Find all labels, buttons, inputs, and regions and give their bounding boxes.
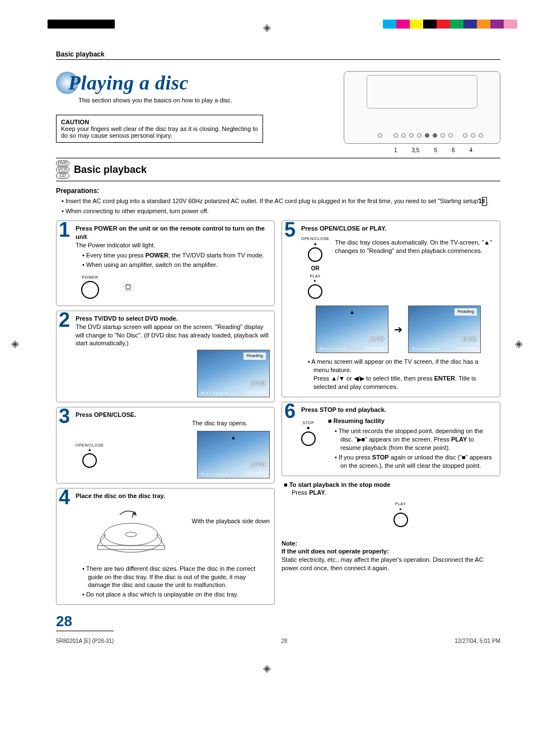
play-button-icon: PLAY ▸ [308, 274, 322, 301]
step-number: 6 [284, 401, 296, 421]
page-subtitle: This section shows you the basics on how… [78, 97, 332, 104]
open-close-button-icon: OPEN/CLOSE ▲ [301, 236, 330, 264]
tv-screen-eject: ▲ DVD TOSHIBA W e l c o m e [316, 306, 388, 353]
section-heading-title: Basic playback [74, 164, 147, 176]
step-number: 2 [59, 310, 70, 330]
tv-screen-reading: Reading DVD TOSHIBA W e l c o m e [197, 350, 270, 397]
caution-box: CAUTION Keep your fingers well clear of … [56, 115, 263, 143]
page-ref: 18 [482, 197, 487, 206]
footer-center-page: 28 [281, 638, 287, 644]
registration-block [48, 20, 115, 29]
disc-type-icons: DVD VCD CD [56, 160, 69, 179]
callout: 3,5 [411, 147, 419, 153]
doc-id: 5R80201A [E] (P28-31) [56, 638, 114, 644]
stop-button-icon: STOP ■ [301, 420, 316, 448]
step-6: 6 Press STOP to end playback. STOP ■ ■ R… [282, 402, 500, 476]
page-footer: 28 5R80201A [E] (P28-31) 28 12/27/04, 5:… [56, 613, 500, 644]
preparations-label: Preparations: [56, 187, 500, 195]
callout: 4 [470, 147, 473, 153]
crop-marks-top: ◈ [0, 0, 534, 34]
preparations-list: Insert the AC cord plug into a standard … [56, 197, 500, 215]
tv-screen-eject: ▲ DVD TOSHIBA W e l c o m e [197, 431, 270, 478]
sun-icon: ☼ [123, 278, 134, 294]
device-illustration: 1 3,5 5 6 4 [344, 71, 500, 153]
callout: 5 [434, 147, 437, 153]
caution-heading: CAUTION [61, 119, 258, 125]
callout: 1 [394, 147, 397, 153]
svg-point-1 [104, 523, 158, 546]
tv-screen-reading: Reading DVD TOSHIBA W e l c o m e [408, 306, 481, 353]
open-close-button-icon: OPEN/CLOSE ▲ [76, 443, 104, 470]
step-number: 1 [59, 220, 70, 240]
section-label: Basic playback [56, 50, 500, 60]
step-number: 3 [59, 406, 70, 426]
step-5: 5 Press OPEN/CLOSE or PLAY. OPEN/CLOSE ▲… [282, 220, 500, 397]
play-button-icon: PLAY ▸ [301, 501, 500, 529]
section-heading: DVD VCD CD Basic playback [56, 158, 500, 181]
color-swatches [383, 20, 517, 29]
power-button-icon: POWER [81, 275, 99, 301]
prep-item: Insert the AC cord plug into a standard … [62, 197, 500, 206]
note-block: Note: If the unit does not operate prope… [282, 539, 500, 572]
step-1: 1 Press POWER on the unit or on the remo… [56, 220, 275, 306]
step-3: 3 Press OPEN/CLOSE. The disc tray opens.… [56, 407, 275, 483]
callout: 6 [452, 147, 455, 153]
center-crop-icon: ◈ [263, 21, 271, 34]
footer-timestamp: 12/27/04, 5:01 PM [455, 638, 500, 644]
prep-item: When connecting to other equipment, turn… [62, 207, 500, 215]
arrow-right-icon: ➔ [394, 323, 402, 336]
step-4: 4 Place the disc on the disc tray. [56, 488, 275, 605]
bottom-crop-icon: ◈ [0, 662, 534, 674]
page-number: 28 [56, 613, 114, 631]
disc-tray-drawing [92, 504, 170, 560]
playback-side-note: With the playback side down [192, 500, 270, 525]
page-title: Playing a disc [56, 71, 332, 95]
step-number: 4 [59, 487, 70, 508]
caution-body: Keep your fingers well clear of the disc… [61, 125, 258, 139]
step-number: 5 [284, 220, 296, 240]
stop-mode-block: ■ To start playback in the stop mode Pre… [282, 481, 500, 529]
step-2: 2 Press TV/DVD to select DVD mode. The D… [56, 311, 275, 402]
